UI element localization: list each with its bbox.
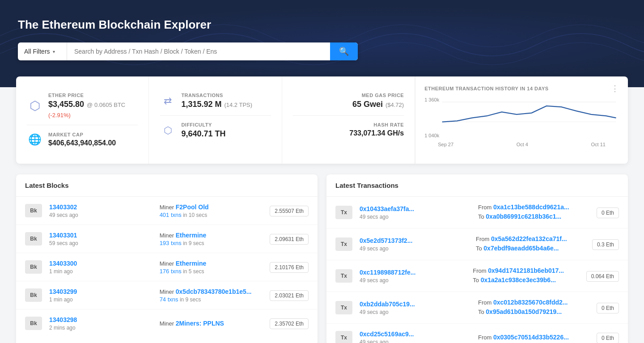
latest-transactions-panel: Latest Transactions Tx 0x10433aefa37fa..… [326, 174, 628, 343]
stat-gas-hashrate: MED GAS PRICE 65 Gwei ($4.72) HASH RATE … [282, 76, 415, 164]
miner-link[interactable]: Ethermine [176, 260, 206, 267]
block-txns[interactable]: 193 txns [160, 240, 182, 246]
tx-time: 49 secs ago [360, 277, 466, 284]
tx-value: 0.3 Eth [592, 239, 619, 250]
block-info: 13403299 1 min ago [49, 288, 153, 303]
block-number[interactable]: 13403298 [49, 316, 77, 323]
tx-badge: Tx [335, 269, 352, 283]
tx-value: 0.064 Eth [586, 271, 619, 282]
tx-from[interactable]: 0xa1c13be588dcd9621a... [493, 203, 569, 211]
tx-to[interactable]: 0xa0b86991c6218b36c1... [486, 213, 561, 220]
search-icon: 🔍 [339, 47, 349, 56]
tx-badge: Tx [335, 331, 352, 343]
tx-hash[interactable]: 0x5e2d571373f2... [360, 237, 412, 244]
block-info: 13403298 2 mins ago [49, 316, 153, 331]
search-input[interactable] [67, 42, 330, 60]
stat-hashrate: HASH RATE 733,071.34 GH/s [293, 116, 404, 144]
block-number[interactable]: 13403299 [49, 288, 77, 295]
search-bar: All Filters ▾ 🔍 [18, 42, 358, 60]
tx-from[interactable]: 0x5a562d22fea132ca71f... [491, 235, 567, 242]
chevron-down-icon: ▾ [53, 49, 55, 54]
block-reward: 2.55507 Eth [270, 206, 309, 216]
tx-from[interactable]: 0x94d17412181b6eb017... [488, 267, 564, 274]
globe-icon: 🌐 [27, 131, 43, 148]
tx-row: Tx 0xcd25c5169ac9... 49 secs ago From 0x… [326, 324, 628, 343]
chart-y-low: 1 040k [424, 133, 439, 138]
tx-badge: Tx [335, 301, 352, 314]
filter-label: All Filters [24, 48, 50, 55]
latest-blocks-panel: Latest Blocks Bk 13403302 49 secs ago Mi… [16, 174, 318, 343]
block-badge: Bk [25, 232, 42, 246]
tx-from[interactable]: 0x0305c70514d33b5226... [493, 334, 569, 341]
stat-transactions: ⇄ TRANSACTIONS 1,315.92 M (14.2 TPS) [160, 86, 271, 116]
hashrate-value: 733,071.34 GH/s [293, 129, 404, 137]
eth-icon: ⬡ [27, 97, 43, 114]
chart-y-high: 1 360k [424, 97, 439, 102]
tx-hash[interactable]: 0xb2ddab705c19... [360, 301, 415, 308]
tx-to[interactable]: 0x1a2a1c938ce3ec39b6... [481, 276, 556, 284]
tx-badge: Tx [335, 237, 352, 251]
chart-title: ETHEREUM TRANSACTION HISTORY IN 14 DAYS [424, 86, 548, 91]
header: The Ethereum Blockchain Explorer All Fil… [0, 0, 644, 87]
miner-link[interactable]: F2Pool Old [176, 203, 209, 211]
block-number[interactable]: 13403300 [49, 260, 77, 267]
tx-row: Tx 0x10433aefa37fa... 49 secs ago From 0… [326, 197, 628, 229]
tx-from[interactable]: 0xc012b8325670c8fdd2... [493, 299, 568, 306]
stat-ether-price: ⬡ ETHER PRICE $3,455.80 @ 0.0605 BTC (-2… [27, 86, 138, 125]
tx-time: 49 secs ago [360, 214, 471, 220]
search-button[interactable]: 🔍 [330, 42, 358, 60]
block-txns[interactable]: 74 txns [160, 296, 178, 303]
block-time: 1 min ago [49, 296, 153, 303]
tx-to[interactable]: 0x95ad61b0a150d79219... [486, 308, 562, 315]
chart-label-oct4: Oct 4 [517, 142, 528, 147]
block-time: 49 secs ago [49, 212, 153, 218]
block-txns[interactable]: 401 txns [160, 212, 182, 218]
block-info: 13403300 1 min ago [49, 259, 153, 275]
block-time: 1 min ago [49, 268, 153, 275]
miner-link[interactable]: 2Miners: PPLNS [176, 320, 224, 327]
block-info: 13403302 49 secs ago [49, 203, 153, 218]
block-badge: Bk [25, 288, 42, 302]
difficulty-icon: ⬡ [160, 123, 176, 139]
main-content: Latest Blocks Bk 13403302 49 secs ago Mi… [16, 174, 628, 343]
block-reward: 2.03021 Eth [270, 290, 309, 301]
tx-badge: Tx [335, 206, 352, 219]
miner-link[interactable]: 0x5dcb78343780e1b1e5... [176, 288, 252, 295]
tx-value: 0 Eth [597, 333, 619, 343]
tx-hash[interactable]: 0x10433aefa37fa... [360, 205, 414, 212]
filter-dropdown[interactable]: All Filters ▾ [18, 42, 67, 60]
block-info: 13403301 59 secs ago [49, 231, 153, 246]
difficulty-value: 9,640.71 TH [181, 129, 271, 139]
tx-row: Tx 0xb2ddab705c19... 49 secs ago From 0x… [326, 292, 628, 324]
block-txns[interactable]: 176 txns [160, 268, 182, 275]
tx-row: Tx 0x5e2d571373f2... 49 secs ago From 0x… [326, 229, 628, 260]
chart-svg [424, 97, 619, 142]
stat-difficulty: ⬡ DIFFICULTY 9,640.71 TH [160, 116, 271, 145]
block-badge: Bk [25, 260, 42, 274]
tx-value: 0 Eth [597, 303, 619, 313]
chart-label-oct11: Oct 11 [591, 142, 606, 147]
tx-time: 49 secs ago [360, 309, 471, 315]
tx-to[interactable]: 0x7ebdf9aeadd65b4a6e... [483, 245, 559, 252]
tx-hash[interactable]: 0xc1198988712fe... [360, 269, 415, 276]
block-number[interactable]: 13403301 [49, 232, 77, 239]
block-row: Bk 13403302 49 secs ago Miner F2Pool Old… [16, 197, 318, 225]
site-title: The Ethereum Blockchain Explorer [18, 18, 626, 32]
tx-time: 49 secs ago [360, 246, 469, 252]
tx-value: 0 Eth [597, 207, 619, 218]
tx-hash[interactable]: 0xcd25c5169ac9... [360, 330, 414, 338]
stats-section: ⬡ ETHER PRICE $3,455.80 @ 0.0605 BTC (-2… [16, 76, 628, 164]
gas-value: 65 Gwei [352, 100, 383, 109]
stat-market-cap: 🌐 MARKET CAP $406,643,940,854.00 [27, 125, 138, 154]
block-number[interactable]: 13403302 [49, 203, 77, 211]
block-reward: 2.09631 Eth [270, 234, 309, 245]
transactions-value: 1,315.92 M [181, 100, 221, 109]
transaction-chart: ETHEREUM TRANSACTION HISTORY IN 14 DAYS … [415, 76, 628, 164]
block-badge: Bk [25, 204, 42, 217]
market-cap-value: $406,643,940,854.00 [48, 139, 138, 147]
ether-price-value: $3,455.80 [48, 100, 84, 109]
miner-link[interactable]: Ethermine [176, 232, 206, 239]
ether-price-btc: @ 0.0605 BTC [87, 102, 125, 108]
chart-menu-icon[interactable]: ⋮ [611, 84, 619, 93]
chart-label-sep27: Sep 27 [438, 142, 453, 147]
